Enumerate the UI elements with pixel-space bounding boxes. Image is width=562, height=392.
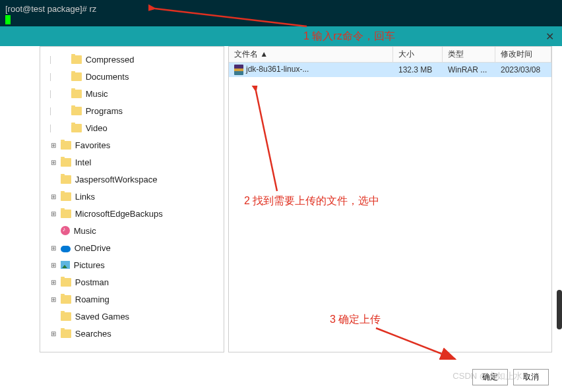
folder-icon [71, 55, 82, 64]
tree-expander-icon[interactable]: ⊞ [49, 159, 58, 166]
watermark: CSDN @心如止水 [453, 370, 522, 382]
file-list-panel: 文件名 ▲ 大小 类型 修改时间 jdk-8u361-linux-...132.… [228, 46, 552, 352]
col-type[interactable]: 类型 [443, 47, 495, 62]
folder-icon [71, 124, 82, 132]
tree-label: Searches [75, 329, 111, 339]
tree-item[interactable]: │ Compressed [42, 51, 222, 68]
tree-expander-icon[interactable]: ⊞ [49, 193, 58, 200]
tree-label: Favorites [75, 140, 110, 150]
tree-item[interactable]: │ Programs [42, 102, 222, 119]
tree-expander-icon[interactable]: ⊞ [49, 210, 58, 217]
folder-icon [71, 90, 82, 98]
tree-label: Compressed [86, 55, 135, 65]
tree-item[interactable]: Saved Games [42, 308, 222, 325]
tree-expander-icon[interactable]: ⊞ [49, 142, 58, 149]
tree-item[interactable]: JaspersoftWorkspace [42, 171, 222, 188]
archive-icon [234, 65, 243, 75]
terminal-prompt: [root@test package]# [5, 4, 89, 14]
col-size[interactable]: 大小 [393, 47, 443, 62]
tree-item[interactable]: │ Documents [42, 68, 222, 85]
tree-item[interactable]: │ Video [42, 119, 222, 136]
tree-expander-icon[interactable]: ⊞ [49, 262, 58, 269]
file-dialog: ✕ │ Compressed │ Documents │ Music │ Pro… [0, 26, 562, 392]
pic-icon [61, 261, 70, 269]
tree-expander-icon[interactable]: ⊞ [49, 296, 58, 303]
folder-icon [61, 329, 71, 338]
folder-icon [71, 107, 82, 115]
music-icon [61, 226, 70, 235]
folder-icon [61, 278, 71, 287]
folder-icon [61, 192, 71, 201]
folder-icon [61, 158, 71, 167]
folder-icon [61, 312, 71, 321]
file-rows: jdk-8u361-linux-...132.3 MBWinRAR ...202… [229, 63, 551, 77]
tree-item[interactable]: Music [42, 222, 222, 239]
file-list-header: 文件名 ▲ 大小 类型 修改时间 [229, 47, 551, 63]
dialog-title-bar: ✕ [0, 26, 562, 46]
tree-label: Intel [75, 157, 92, 167]
tree-label: Programs [86, 106, 123, 116]
dialog-content: │ Compressed │ Documents │ Music │ Progr… [40, 46, 552, 352]
folder-tree[interactable]: │ Compressed │ Documents │ Music │ Progr… [40, 46, 224, 352]
terminal[interactable]: [root@test package]# rz [0, 0, 562, 26]
tree-label: Pictures [74, 260, 105, 270]
tree-item[interactable]: ⊞ Favorites [42, 136, 222, 154]
col-name[interactable]: 文件名 ▲ [229, 47, 393, 62]
tree-expander-icon[interactable]: ⊞ [49, 330, 58, 337]
tree-label: MicrosoftEdgeBackups [75, 209, 163, 219]
file-row[interactable]: jdk-8u361-linux-...132.3 MBWinRAR ...202… [229, 63, 551, 77]
folder-icon [61, 175, 71, 184]
tree-label: Music [74, 226, 96, 236]
folder-icon [71, 72, 82, 81]
terminal-command: rz [89, 4, 96, 14]
tree-label: OneDrive [75, 243, 111, 253]
folder-icon [61, 210, 71, 218]
tree-item[interactable]: ⊞ Intel [42, 154, 222, 171]
tree-label: Roaming [75, 294, 109, 304]
tree-label: Links [75, 192, 95, 202]
tree-item[interactable]: ⊞ Pictures [42, 256, 222, 273]
tree-label: Video [86, 123, 108, 133]
tree-label: Postman [75, 277, 109, 287]
tree-label: Saved Games [75, 312, 129, 322]
tree-expander-icon[interactable]: ⊞ [49, 244, 58, 252]
terminal-cursor [5, 15, 11, 24]
tree-label: Documents [86, 72, 129, 82]
folder-icon [61, 295, 71, 304]
tree-item[interactable]: ⊞ MicrosoftEdgeBackups [42, 205, 222, 222]
tree-item[interactable]: ⊞ OneDrive [42, 239, 222, 256]
scrollbar-fragment [557, 290, 562, 329]
tree-label: JaspersoftWorkspace [75, 175, 158, 184]
tree-item[interactable]: ⊞ Searches [42, 325, 222, 342]
cloud-icon [61, 246, 71, 252]
tree-item[interactable]: │ Music [42, 85, 222, 102]
close-icon[interactable]: ✕ [546, 30, 554, 43]
tree-item[interactable]: ⊞ Links [42, 188, 222, 205]
tree-expander-icon[interactable]: ⊞ [49, 279, 58, 286]
folder-icon [61, 141, 71, 150]
tree-item[interactable]: ⊞ Roaming [42, 291, 222, 308]
tree-label: Music [86, 89, 108, 99]
tree-item[interactable]: ⊞ Postman [42, 273, 222, 291]
col-date[interactable]: 修改时间 [495, 47, 551, 62]
